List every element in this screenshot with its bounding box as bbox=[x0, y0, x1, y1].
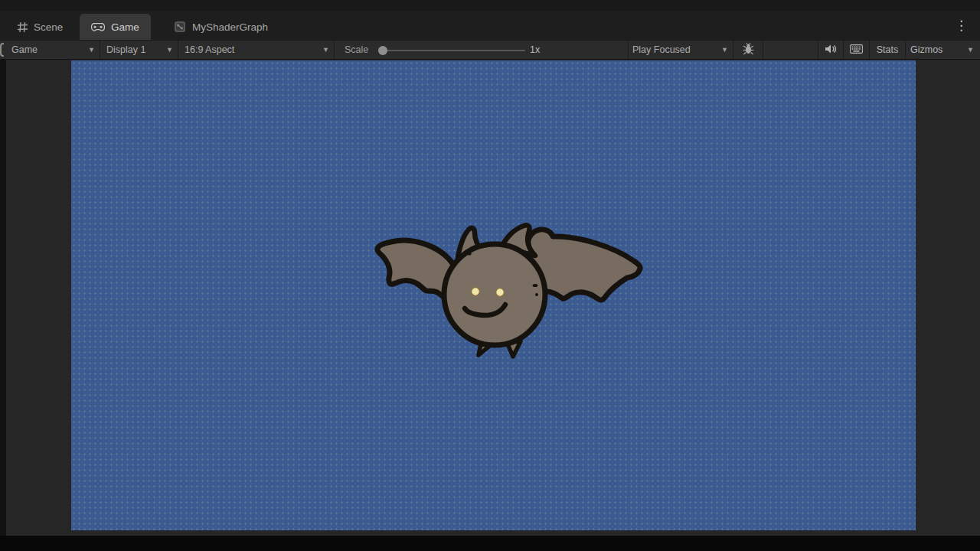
bat-left-eye bbox=[472, 288, 480, 296]
tab-myshadergraph[interactable]: MyShaderGraph bbox=[162, 14, 279, 40]
game-render-area bbox=[0, 60, 980, 536]
gamepad-icon bbox=[91, 23, 105, 31]
display-target-value: Display 1 bbox=[106, 44, 145, 55]
keyboard-icon bbox=[850, 44, 863, 56]
stats-label: Stats bbox=[877, 44, 899, 55]
aspect-ratio-dropdown[interactable]: 16:9 Aspect ▼ bbox=[181, 41, 335, 59]
aspect-ratio-value: 16:9 Aspect bbox=[185, 44, 234, 55]
overflow-menu-icon[interactable]: ⋮ bbox=[955, 19, 968, 32]
display-mode-value: Game bbox=[11, 44, 38, 55]
debug-bug-icon bbox=[743, 43, 754, 57]
scale-slider-handle[interactable] bbox=[378, 46, 387, 55]
play-mode-value: Play Focused bbox=[632, 44, 691, 55]
bat-body bbox=[444, 244, 545, 345]
gizmos-dropdown[interactable]: Gizmos ▼ bbox=[906, 41, 978, 59]
chevron-down-icon: ▼ bbox=[88, 46, 95, 54]
clipped-control-fragment bbox=[0, 43, 4, 57]
chevron-down-icon: ▼ bbox=[721, 46, 728, 54]
chevron-down-icon: ▼ bbox=[166, 46, 173, 54]
window-bottom-band bbox=[0, 536, 980, 551]
keyboard-button[interactable] bbox=[844, 41, 870, 59]
bat-wing-joint-mark bbox=[533, 284, 538, 287]
display-mode-dropdown[interactable]: Game ▼ bbox=[8, 41, 100, 59]
scale-slider-track[interactable] bbox=[385, 50, 525, 51]
scene-grid-icon bbox=[18, 22, 28, 32]
tab-game[interactable]: Game bbox=[80, 14, 151, 40]
bat-head-freckle bbox=[467, 251, 471, 255]
bat-character bbox=[71, 60, 916, 530]
audio-mute-button[interactable] bbox=[818, 41, 844, 59]
tab-myshadergraph-label: MyShaderGraph bbox=[192, 21, 268, 33]
chevron-down-icon: ▼ bbox=[322, 46, 329, 54]
display-target-dropdown[interactable]: Display 1 ▼ bbox=[103, 41, 178, 59]
scale-label: Scale bbox=[345, 41, 368, 59]
play-mode-dropdown[interactable]: Play Focused ▼ bbox=[628, 41, 733, 59]
tab-bar: Scene Game MyShaderGraph ⋮ bbox=[0, 0, 980, 40]
bat-right-eye bbox=[496, 289, 505, 297]
tab-scene[interactable]: Scene bbox=[6, 14, 74, 40]
unity-game-view-window: Scene Game MyShaderGraph ⋮ bbox=[0, 0, 980, 551]
scale-value: 1x bbox=[530, 41, 540, 59]
chevron-down-icon: ▼ bbox=[967, 46, 974, 54]
panel-edge-strip bbox=[0, 60, 6, 536]
tab-scene-label: Scene bbox=[34, 21, 63, 33]
bat-wing-joint-dot bbox=[535, 293, 538, 296]
game-render-surface[interactable] bbox=[71, 60, 916, 530]
stats-button[interactable]: Stats bbox=[870, 41, 906, 59]
game-view-toolbar: Game ▼ Display 1 ▼ 16:9 Aspect ▼ Scale 1… bbox=[0, 40, 980, 60]
gizmos-label: Gizmos bbox=[910, 44, 942, 55]
tab-game-label: Game bbox=[111, 21, 139, 33]
audio-mute-icon bbox=[825, 44, 837, 57]
debug-bug-button[interactable] bbox=[733, 41, 763, 59]
shadergraph-icon bbox=[174, 21, 186, 33]
